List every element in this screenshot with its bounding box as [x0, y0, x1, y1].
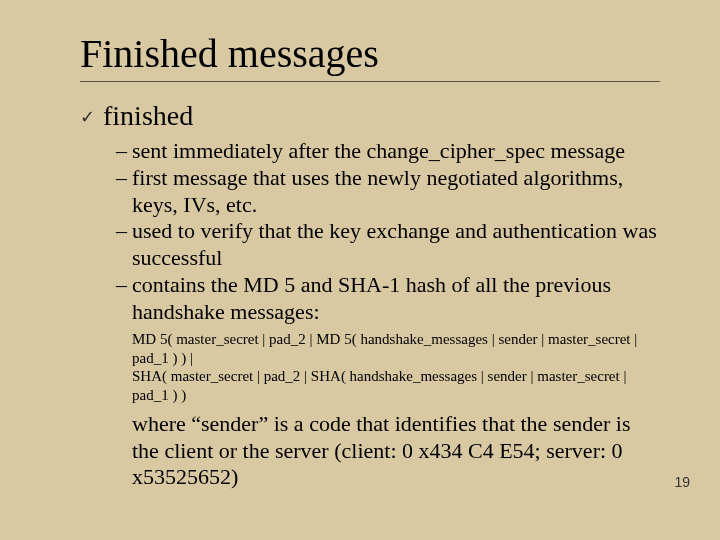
level1-text: finished [103, 100, 193, 132]
code-line: SHA( master_secret | pad_2 | SHA( handsh… [132, 367, 660, 405]
checkmark-icon: ✓ [80, 106, 95, 128]
bullet-level1: ✓ finished [80, 100, 660, 132]
page-title: Finished messages [80, 30, 660, 77]
hash-formula-block: MD 5( master_secret | pad_2 | MD 5( hand… [132, 330, 660, 405]
list-item: contains the MD 5 and SHA-1 hash of all … [116, 272, 660, 326]
title-divider [80, 81, 660, 82]
bullet-level2-list: sent immediately after the change_cipher… [116, 138, 660, 326]
page-number: 19 [674, 474, 690, 490]
list-item: used to verify that the key exchange and… [116, 218, 660, 272]
slide: Finished messages ✓ finished sent immedi… [0, 0, 720, 540]
code-line: MD 5( master_secret | pad_2 | MD 5( hand… [132, 330, 660, 368]
closing-note: where “sender” is a code that identifies… [132, 411, 660, 491]
list-item: first message that uses the newly negoti… [116, 165, 660, 219]
list-item: sent immediately after the change_cipher… [116, 138, 660, 165]
